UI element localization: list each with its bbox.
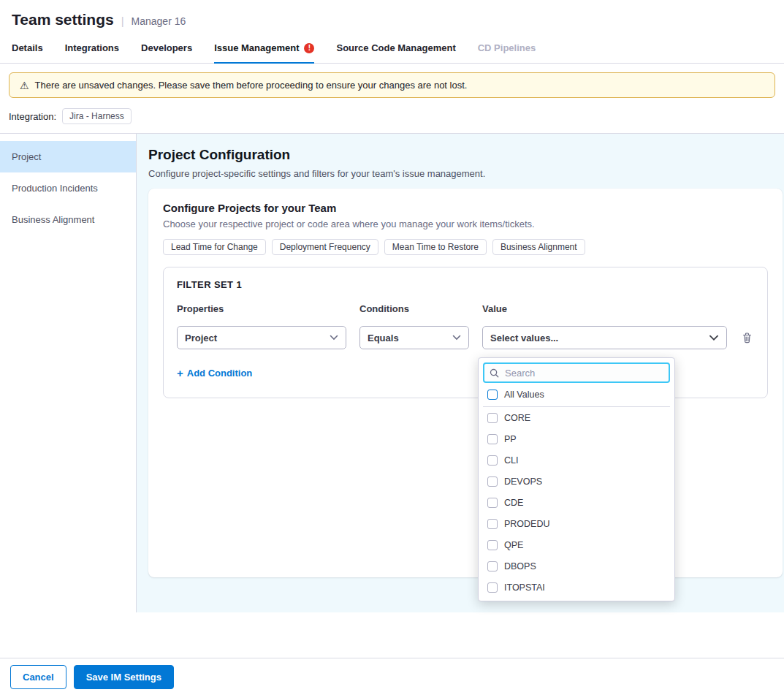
- option-label: CDE: [504, 498, 523, 508]
- property-select[interactable]: Project: [177, 326, 346, 349]
- main-panel: Project Configuration Configure project-…: [137, 134, 784, 612]
- integration-chip: Jira - Harness: [62, 108, 132, 124]
- metric-chips: Lead Time for Change Deployment Frequenc…: [163, 239, 768, 255]
- section-title: Project Configuration: [148, 147, 778, 163]
- checkbox-icon[interactable]: [487, 390, 498, 400]
- filter-set-title: FILTER SET 1: [177, 279, 754, 290]
- tab-details[interactable]: Details: [12, 35, 43, 63]
- delete-condition-button[interactable]: [740, 330, 754, 345]
- checkbox-icon[interactable]: [487, 434, 498, 444]
- dropdown-search-input[interactable]: [503, 367, 663, 379]
- card-subtitle: Choose your respective project or code a…: [163, 219, 768, 229]
- option-qpe[interactable]: QPE: [483, 534, 670, 555]
- tab-label: Issue Management: [214, 42, 299, 53]
- option-label: CORE: [504, 413, 530, 423]
- filter-grid: Properties Conditions Value Project Equa…: [177, 303, 754, 349]
- trash-icon: [742, 332, 753, 343]
- tab-label: CD Pipelines: [478, 42, 536, 53]
- option-label: QPE: [504, 540, 523, 550]
- tab-label: Source Code Management: [336, 42, 455, 53]
- option-devops[interactable]: DEVOPS: [483, 471, 670, 492]
- tab-cd-pipelines: CD Pipelines: [478, 35, 536, 63]
- footer-bar: Cancel Save IM Settings: [0, 658, 784, 695]
- integration-row: Integration: Jira - Harness: [0, 105, 784, 133]
- property-select-value: Project: [185, 333, 217, 343]
- add-condition-button[interactable]: + Add Condition: [177, 367, 252, 379]
- add-condition-label: Add Condition: [187, 368, 253, 379]
- option-label: DEVOPS: [504, 476, 542, 487]
- warning-icon: ⚠: [20, 80, 29, 91]
- chip-deployment-frequency[interactable]: Deployment Frequency: [272, 239, 378, 255]
- trash-cell: [740, 330, 754, 345]
- condition-select-value: Equals: [368, 333, 399, 343]
- properties-column-label: Properties: [177, 303, 346, 314]
- configure-projects-card: Configure Projects for your Team Choose …: [148, 189, 783, 577]
- all-values-option[interactable]: All Values: [483, 383, 670, 407]
- all-values-label: All Values: [504, 390, 544, 400]
- integration-label: Integration:: [9, 111, 56, 122]
- checkbox-icon[interactable]: [487, 561, 498, 571]
- chevron-down-icon: [709, 335, 719, 341]
- banner-text: There are unsaved changes. Please save t…: [35, 80, 468, 91]
- checkbox-icon[interactable]: [487, 455, 498, 466]
- sidebar-item-production-incidents[interactable]: Production Incidents: [0, 172, 136, 204]
- content-area: Project Production Incidents Business Al…: [0, 133, 784, 612]
- search-icon: [490, 368, 499, 378]
- option-label: PP: [504, 434, 517, 444]
- chip-mean-time-to-restore[interactable]: Mean Time to Restore: [384, 239, 487, 255]
- tab-label: Integrations: [65, 42, 119, 53]
- main-header: Project Configuration Configure project-…: [137, 134, 784, 179]
- unsaved-changes-banner: ⚠ There are unsaved changes. Please save…: [9, 72, 775, 98]
- settings-sidebar: Project Production Incidents Business Al…: [0, 134, 137, 612]
- chevron-down-icon: [452, 335, 461, 341]
- card-title: Configure Projects for your Team: [163, 202, 768, 214]
- checkbox-icon[interactable]: [487, 413, 498, 423]
- plus-icon: +: [177, 367, 183, 379]
- value-dropdown-panel: All Values CORE PP: [478, 357, 675, 601]
- tab-integrations[interactable]: Integrations: [65, 35, 119, 63]
- checkbox-icon[interactable]: [487, 519, 498, 529]
- checkbox-icon[interactable]: [487, 582, 498, 593]
- tab-bar: Details Integrations Developers Issue Ma…: [0, 35, 784, 64]
- cancel-button[interactable]: Cancel: [10, 665, 66, 689]
- value-column-label: Value: [482, 303, 727, 314]
- tab-source-code-management[interactable]: Source Code Management: [336, 35, 455, 63]
- save-im-settings-button[interactable]: Save IM Settings: [74, 665, 174, 689]
- option-pipe[interactable]: PIPE: [483, 598, 670, 601]
- option-cde[interactable]: CDE: [483, 492, 670, 513]
- filter-set-1: FILTER SET 1 Properties Conditions Value…: [163, 267, 768, 398]
- tab-issue-management[interactable]: Issue Management !: [214, 35, 314, 63]
- page-title: Team settings: [12, 11, 114, 29]
- section-subtitle: Configure project-specific settings and …: [148, 168, 778, 179]
- option-cli[interactable]: CLI: [483, 449, 670, 471]
- chevron-down-icon: [330, 335, 338, 341]
- option-label: PRODEDU: [504, 519, 550, 529]
- checkbox-icon[interactable]: [487, 498, 498, 508]
- sidebar-item-project[interactable]: Project: [0, 141, 136, 172]
- page-subtitle: Manager 16: [132, 15, 186, 27]
- tab-developers[interactable]: Developers: [141, 35, 192, 63]
- condition-select[interactable]: Equals: [359, 326, 469, 349]
- option-itopstai[interactable]: ITOPSTAI: [483, 577, 670, 598]
- value-select-placeholder: Select values...: [490, 333, 558, 343]
- option-pp[interactable]: PP: [483, 428, 670, 449]
- option-prodedu[interactable]: PRODEDU: [483, 513, 670, 534]
- value-multiselect[interactable]: Select values...: [482, 326, 727, 349]
- conditions-column-label: Conditions: [359, 303, 469, 314]
- sidebar-item-business-alignment[interactable]: Business Alignment: [0, 204, 136, 235]
- checkbox-icon[interactable]: [487, 540, 498, 550]
- page-header: Team settings | Manager 16: [0, 0, 784, 35]
- chip-business-alignment[interactable]: Business Alignment: [492, 239, 585, 255]
- option-label: ITOPSTAI: [504, 582, 545, 593]
- checkbox-icon[interactable]: [487, 476, 498, 487]
- option-label: DBOPS: [504, 561, 536, 571]
- option-dbops[interactable]: DBOPS: [483, 555, 670, 577]
- chip-lead-time-for-change[interactable]: Lead Time for Change: [163, 239, 266, 255]
- value-select-cell: Select values... All Values: [482, 326, 727, 349]
- header-divider: |: [121, 15, 124, 27]
- dropdown-options-list: CORE PP CLI: [483, 407, 670, 601]
- option-label: CLI: [504, 455, 518, 466]
- unsaved-changes-badge-icon: !: [304, 43, 314, 53]
- dropdown-search-box: [483, 362, 670, 383]
- option-core[interactable]: CORE: [483, 407, 670, 428]
